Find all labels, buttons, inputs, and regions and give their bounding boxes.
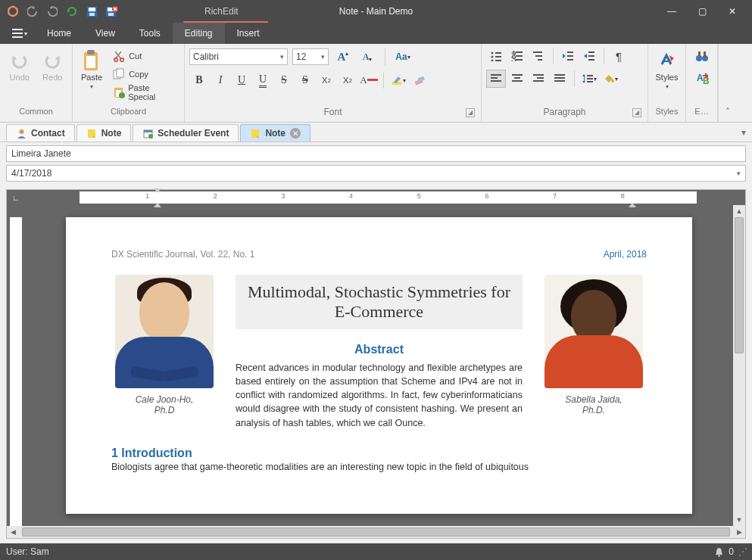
strikethrough-button[interactable]: S xyxy=(274,71,294,89)
clear-format-button[interactable] xyxy=(410,71,429,89)
doctab-scheduler[interactable]: Scheduler Event xyxy=(133,124,239,142)
vertical-ruler[interactable] xyxy=(7,205,25,526)
svg-rect-43 xyxy=(535,55,542,57)
section-1-text: Biologists agree that game-theoretic mod… xyxy=(111,460,647,474)
align-right-button[interactable] xyxy=(529,70,548,88)
font-dialog-launcher[interactable]: ◢ xyxy=(466,108,475,117)
svg-rect-46 xyxy=(567,55,573,57)
tabs-menu-button[interactable]: ▾ xyxy=(735,123,752,142)
close-tab-button[interactable]: ✕ xyxy=(290,128,301,138)
tab-insert[interactable]: Insert xyxy=(225,23,272,44)
superscript-button[interactable]: X2 xyxy=(317,71,336,89)
doctab-note-active[interactable]: Note ✕ xyxy=(240,124,310,142)
journal-header: DX Scientific Journal, Vol. 22, No. 1 xyxy=(111,249,254,260)
document-tabs: Contact Note Scheduler Event Note ✕ ▾ xyxy=(0,123,752,142)
increase-indent-button[interactable] xyxy=(579,47,599,65)
subscript-button[interactable]: X2 xyxy=(338,71,357,89)
group-label-editing: E… xyxy=(691,107,713,120)
replace-button[interactable]: AB xyxy=(692,70,712,88)
svg-rect-14 xyxy=(12,29,23,30)
svg-rect-56 xyxy=(512,80,523,82)
italic-button[interactable]: I xyxy=(211,71,230,89)
svg-point-26 xyxy=(119,92,125,98)
copy-button[interactable]: Copy xyxy=(109,65,179,83)
find-button[interactable] xyxy=(692,47,712,65)
scroll-down-icon[interactable]: ▼ xyxy=(733,514,745,526)
tab-editing[interactable]: Editing xyxy=(173,23,225,44)
redo-icon xyxy=(42,50,63,71)
tab-home[interactable]: Home xyxy=(35,23,83,44)
font-size-combo[interactable]: 12▾ xyxy=(292,48,329,65)
double-underline-button[interactable]: U xyxy=(253,71,273,89)
person-icon xyxy=(16,128,27,138)
forward-icon[interactable] xyxy=(44,3,61,20)
scroll-thumb-h[interactable] xyxy=(22,527,730,537)
double-strike-button[interactable]: S xyxy=(295,71,315,89)
refresh-icon[interactable] xyxy=(64,3,80,20)
back-icon[interactable] xyxy=(24,3,41,20)
highlight-button[interactable]: ▾ xyxy=(388,71,408,89)
vertical-scrollbar[interactable]: ▲ ▼ xyxy=(733,205,745,526)
bold-button[interactable]: B xyxy=(189,71,209,89)
minimize-button[interactable]: — xyxy=(657,0,687,23)
font-color-button[interactable]: A xyxy=(359,71,379,89)
svg-rect-64 xyxy=(587,75,593,76)
paste-button[interactable]: Paste ▾ xyxy=(77,47,106,90)
paste-special-button[interactable]: Paste Special xyxy=(109,83,179,101)
change-case-button[interactable]: Aa▾ xyxy=(393,48,413,66)
tab-tools[interactable]: Tools xyxy=(127,23,173,44)
horizontal-scrollbar[interactable]: ◀ ▶ xyxy=(7,526,745,538)
horizontal-ruler[interactable]: ∟ 1 2 3 4 5 6 7 8 xyxy=(7,190,745,205)
svg-rect-79 xyxy=(251,129,259,138)
title-bar: RichEdit Note - Main Demo — ▢ ✕ xyxy=(0,0,752,23)
font-name-combo[interactable]: Calibri▾ xyxy=(189,48,288,65)
line-spacing-button[interactable]: ▾ xyxy=(579,70,599,88)
align-left-button[interactable] xyxy=(486,70,506,88)
show-marks-button[interactable]: ¶ xyxy=(609,47,629,65)
collapse-ribbon-button[interactable]: ˄ xyxy=(718,44,736,122)
save-close-icon[interactable] xyxy=(103,3,120,20)
svg-point-3 xyxy=(16,13,18,15)
bullets-button[interactable] xyxy=(486,47,506,65)
decrease-indent-button[interactable] xyxy=(558,47,578,65)
name-field[interactable]: Limeira Janete xyxy=(6,145,746,162)
redo-button[interactable]: Redo xyxy=(38,47,68,82)
numbering-button[interactable]: 123 xyxy=(507,47,527,65)
scroll-up-icon[interactable]: ▲ xyxy=(733,205,745,217)
close-button[interactable]: ✕ xyxy=(717,0,747,23)
form-area: Limeira Janete 4/17/2018▾ xyxy=(0,142,752,185)
group-label-font: Font◢ xyxy=(189,107,476,120)
shading-button[interactable]: ▾ xyxy=(601,70,620,88)
scroll-right-icon[interactable]: ▶ xyxy=(733,526,745,538)
document-page[interactable]: DX Scientific Journal, Vol. 22, No. 1 Ap… xyxy=(66,217,692,514)
save-icon[interactable] xyxy=(83,3,100,20)
grow-font-button[interactable]: A▴ xyxy=(333,48,353,66)
author-right: Sabella Jaida, Ph.D. xyxy=(541,275,647,430)
styles-icon xyxy=(657,50,678,71)
window-controls: — ▢ ✕ xyxy=(657,0,747,23)
date-field[interactable]: 4/17/2018▾ xyxy=(6,165,746,182)
multilevel-button[interactable] xyxy=(529,47,548,65)
styles-button[interactable]: Styles ▾ xyxy=(653,47,681,90)
scroll-thumb[interactable] xyxy=(735,217,744,353)
doctab-note-1[interactable]: Note xyxy=(76,124,132,142)
resize-grip-icon[interactable]: ⋰ xyxy=(738,546,746,557)
ruler-first-line-indent[interactable] xyxy=(154,188,161,193)
underline-button[interactable]: U xyxy=(232,71,251,89)
app-icon[interactable] xyxy=(5,3,21,20)
group-label-paragraph: Paragraph◢ xyxy=(486,107,643,120)
cut-button[interactable]: Cut xyxy=(109,47,179,65)
svg-rect-61 xyxy=(554,77,565,79)
svg-point-20 xyxy=(114,58,118,62)
undo-button[interactable]: Undo xyxy=(5,47,35,82)
paragraph-dialog-launcher[interactable]: ◢ xyxy=(632,108,641,117)
scroll-left-icon[interactable]: ◀ xyxy=(7,526,19,538)
align-center-button[interactable] xyxy=(507,70,527,88)
maximize-button[interactable]: ▢ xyxy=(687,0,717,23)
app-menu-button[interactable]: ▾ xyxy=(5,23,35,44)
align-justify-button[interactable] xyxy=(550,70,569,88)
doctab-contact[interactable]: Contact xyxy=(6,124,75,142)
shrink-font-button[interactable]: A▾ xyxy=(357,48,377,66)
tab-view[interactable]: View xyxy=(83,23,127,44)
bell-icon[interactable] xyxy=(714,547,724,557)
